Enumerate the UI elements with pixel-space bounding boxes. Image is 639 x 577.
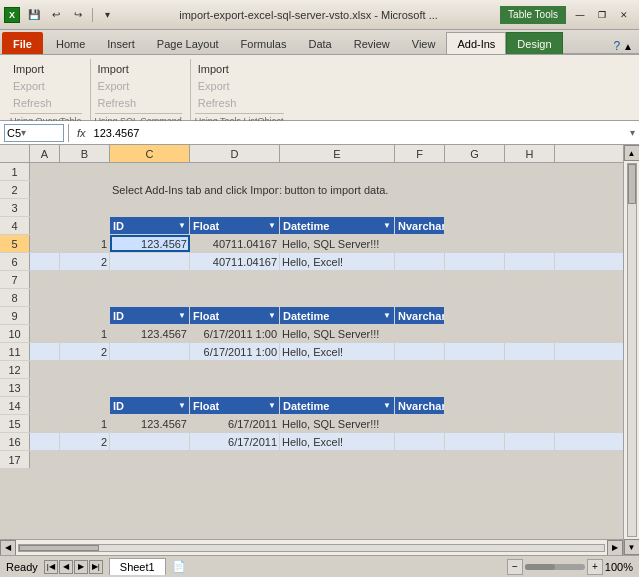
cell-e8[interactable] xyxy=(280,289,395,306)
cell-e14-hdr[interactable]: Datetime ▼ xyxy=(280,397,395,414)
tab-view[interactable]: View xyxy=(401,32,447,54)
cell-g7[interactable] xyxy=(445,271,505,288)
cell-a5[interactable] xyxy=(30,235,60,252)
dropdown-arrow-id[interactable]: ▼ xyxy=(178,221,186,230)
cell-g6[interactable] xyxy=(445,253,505,270)
cell-a2[interactable] xyxy=(30,181,60,198)
col-header-g[interactable]: G xyxy=(445,145,505,162)
cell-a7[interactable] xyxy=(30,271,60,288)
cell-b15[interactable]: 1 xyxy=(60,415,110,432)
cell-a8[interactable] xyxy=(30,289,60,306)
cell-d14-hdr[interactable]: Float ▼ xyxy=(190,397,280,414)
cell-c15[interactable]: 123.4567 xyxy=(110,415,190,432)
cell-c11[interactable] xyxy=(110,343,190,360)
cell-c12[interactable] xyxy=(110,361,190,378)
cell-b2[interactable] xyxy=(60,181,110,198)
cell-g4[interactable] xyxy=(445,217,505,234)
cell-c10[interactable]: 123.4567 xyxy=(110,325,190,342)
cell-a9[interactable] xyxy=(30,307,60,324)
cell-f7[interactable] xyxy=(395,271,445,288)
cell-h2[interactable] xyxy=(505,181,555,198)
zoom-in-btn[interactable]: + xyxy=(587,559,603,575)
cell-g1[interactable] xyxy=(445,163,505,180)
cell-g15[interactable] xyxy=(445,415,505,432)
formula-input[interactable] xyxy=(94,124,626,142)
cell-g5[interactable] xyxy=(445,235,505,252)
ribbon-minimize-icon[interactable]: ▲ xyxy=(623,41,633,52)
cell-d17[interactable] xyxy=(190,451,280,468)
cell-b7[interactable] xyxy=(60,271,110,288)
cell-e9-hdr[interactable]: Datetime ▼ xyxy=(280,307,395,324)
col-header-d[interactable]: D xyxy=(190,145,280,162)
name-box-dropdown[interactable]: ▾ xyxy=(21,127,26,138)
cell-f11[interactable] xyxy=(395,343,445,360)
cell-d3[interactable] xyxy=(190,199,280,216)
zoom-out-btn[interactable]: − xyxy=(507,559,523,575)
cell-c14-hdr[interactable]: ID ▼ xyxy=(110,397,190,414)
tab-home[interactable]: Home xyxy=(45,32,96,54)
cell-d11[interactable]: 6/17/2011 1:00 xyxy=(190,343,280,360)
cell-f6[interactable] xyxy=(395,253,445,270)
cell-c2[interactable]: Select Add-Ins tab and click Import butt… xyxy=(110,181,190,198)
dropdown-qa-btn[interactable]: ▾ xyxy=(97,6,117,24)
cell-f10[interactable] xyxy=(395,325,445,342)
cell-d15[interactable]: 6/17/2011 xyxy=(190,415,280,432)
cell-c13[interactable] xyxy=(110,379,190,396)
cell-b10[interactable]: 1 xyxy=(60,325,110,342)
col-header-b[interactable]: B xyxy=(60,145,110,162)
cell-h13[interactable] xyxy=(505,379,555,396)
import-querytable-btn[interactable]: Import xyxy=(10,61,82,77)
cell-f2[interactable] xyxy=(395,181,445,198)
cell-f4-hdr[interactable]: Nvarchar ▼ xyxy=(395,217,445,234)
scroll-right-btn[interactable]: ▶ xyxy=(607,540,623,556)
cell-g17[interactable] xyxy=(445,451,505,468)
refresh-querytable-btn[interactable]: Refresh xyxy=(10,95,82,111)
scroll-down-btn[interactable]: ▼ xyxy=(624,539,640,555)
cell-e13[interactable] xyxy=(280,379,395,396)
cell-c3[interactable] xyxy=(110,199,190,216)
cell-d2[interactable] xyxy=(190,181,280,198)
cell-h9[interactable] xyxy=(505,307,555,324)
cell-h10[interactable] xyxy=(505,325,555,342)
cell-f12[interactable] xyxy=(395,361,445,378)
export-listobj-btn[interactable]: Export xyxy=(195,78,284,94)
col-header-h[interactable]: H xyxy=(505,145,555,162)
cell-a11[interactable] xyxy=(30,343,60,360)
cell-h12[interactable] xyxy=(505,361,555,378)
cell-c7[interactable] xyxy=(110,271,190,288)
cell-f9-hdr[interactable]: Nvarchar ▼ xyxy=(395,307,445,324)
cell-d7[interactable] xyxy=(190,271,280,288)
cell-b3[interactable] xyxy=(60,199,110,216)
save-quick-btn[interactable]: 💾 xyxy=(24,6,44,24)
cell-g10[interactable] xyxy=(445,325,505,342)
cell-g14[interactable] xyxy=(445,397,505,414)
cell-e12[interactable] xyxy=(280,361,395,378)
cell-g3[interactable] xyxy=(445,199,505,216)
cell-d4-hdr[interactable]: Float ▼ xyxy=(190,217,280,234)
cell-d9-hdr[interactable]: Float ▼ xyxy=(190,307,280,324)
cell-g13[interactable] xyxy=(445,379,505,396)
v-scrollbar[interactable]: ▲ ▼ xyxy=(623,145,639,555)
cell-e5[interactable]: Hello, SQL Server!!! xyxy=(280,235,395,252)
cell-a12[interactable] xyxy=(30,361,60,378)
cell-d8[interactable] xyxy=(190,289,280,306)
cell-h6[interactable] xyxy=(505,253,555,270)
cell-h8[interactable] xyxy=(505,289,555,306)
sheet-first-btn[interactable]: |◀ xyxy=(44,560,58,574)
cell-c16[interactable] xyxy=(110,433,190,450)
help-icon[interactable]: ? xyxy=(613,39,620,53)
h-scroll-track[interactable] xyxy=(18,544,605,552)
cell-h7[interactable] xyxy=(505,271,555,288)
cell-c9-hdr[interactable]: ID ▼ xyxy=(110,307,190,324)
cell-d10[interactable]: 6/17/2011 1:00 xyxy=(190,325,280,342)
cell-f16[interactable] xyxy=(395,433,445,450)
tab-file[interactable]: File xyxy=(2,32,43,54)
cell-a1[interactable] xyxy=(30,163,60,180)
sheet-next-btn[interactable]: ▶ xyxy=(74,560,88,574)
cell-b6[interactable]: 2 xyxy=(60,253,110,270)
cell-h1[interactable] xyxy=(505,163,555,180)
cell-e15[interactable]: Hello, SQL Server!!! xyxy=(280,415,395,432)
cell-h11[interactable] xyxy=(505,343,555,360)
sheet-last-btn[interactable]: ▶| xyxy=(89,560,103,574)
cell-g12[interactable] xyxy=(445,361,505,378)
